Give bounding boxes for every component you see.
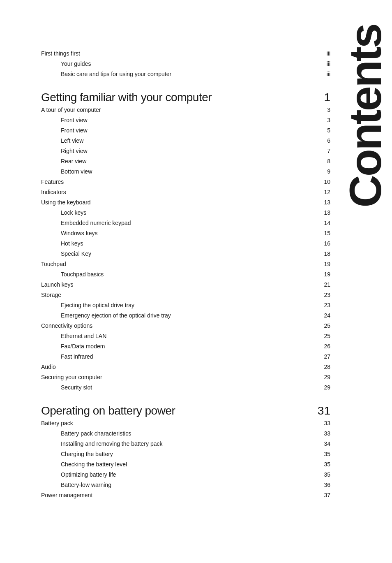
toc-page: iii (318, 60, 330, 68)
toc-entry: Bottom view 9 (41, 167, 330, 176)
toc-title: Battery-low warning (61, 481, 111, 489)
toc-entry: Left view 6 (41, 137, 330, 145)
toc-entry: Touchpad 19 (41, 260, 330, 269)
toc-title: A tour of your computer (41, 106, 101, 114)
toc-page: 10 (318, 178, 330, 186)
battery-section: Operating on battery power 31 Battery pa… (41, 404, 330, 500)
toc-page: 35 (318, 450, 330, 459)
toc-entry: Fax/Data modem 26 (41, 342, 330, 351)
toc-page: iii (318, 49, 330, 58)
toc-page: 34 (318, 440, 330, 448)
toc-title: Basic care and tips for using your compu… (61, 70, 171, 79)
toc-page: 8 (318, 157, 330, 166)
toc-entry: Audio 28 (41, 363, 330, 371)
toc-title: Hot keys (61, 239, 83, 248)
toc-entry: Battery-low warning 36 (41, 481, 330, 489)
toc-entry: Security slot 29 (41, 383, 330, 392)
toc-page: 16 (318, 239, 330, 248)
toc-entry: Emergency ejection of the optical drive … (41, 311, 330, 320)
toc-title: First things first (41, 49, 80, 58)
toc-entry: Charging the battery 35 (41, 450, 330, 459)
toc-title: Launch keys (41, 280, 74, 289)
heading-title: Operating on battery power (41, 404, 175, 417)
toc-entry: Battery pack 33 (41, 419, 330, 428)
toc-title: Ethernet and LAN (61, 332, 106, 341)
toc-page: 23 (318, 301, 330, 310)
toc-title: Fast infrared (61, 352, 93, 361)
main-content: First things first iii Your guides iii B… (41, 25, 330, 500)
toc-title: Checking the battery level (61, 460, 127, 469)
heading-page: 31 (314, 404, 330, 417)
toc-entry: Connectivity options 25 (41, 322, 330, 330)
toc-entry: Touchpad basics 19 (41, 270, 330, 279)
heading-page: 1 (314, 91, 330, 104)
toc-entry: Front view 5 (41, 126, 330, 135)
toc-title: Securing your computer (41, 373, 102, 382)
toc-entry: Installing and removing the battery pack… (41, 440, 330, 448)
toc-entry: Storage 23 (41, 291, 330, 299)
top-section: First things first iii Your guides iii B… (41, 49, 330, 79)
toc-page: 37 (318, 491, 330, 500)
toc-title: Power management (41, 491, 92, 500)
toc-title: Battery pack (41, 419, 73, 428)
toc-page: 26 (318, 342, 330, 351)
contents-sidebar: Contents (339, 0, 392, 563)
toc-entry: A tour of your computer 3 (41, 106, 330, 114)
toc-entry: Optimizing battery life 35 (41, 470, 330, 479)
toc-title: Security slot (61, 383, 92, 392)
toc-entry: Securing your computer 29 (41, 373, 330, 382)
toc-entry: Your guides iii (41, 60, 330, 68)
toc-page: 13 (318, 198, 330, 207)
toc-entry: Embedded numeric keypad 14 (41, 219, 330, 227)
toc-entry: Fast infrared 27 (41, 352, 330, 361)
toc-title: Front view (61, 116, 88, 125)
toc-page: 25 (318, 332, 330, 341)
toc-title: Lock keys (61, 209, 86, 217)
toc-entry: Hot keys 16 (41, 239, 330, 248)
toc-entry: Ejecting the optical drive tray 23 (41, 301, 330, 310)
toc-title: Touchpad (41, 260, 66, 269)
toc-page: 36 (318, 481, 330, 489)
toc-title: Left view (61, 137, 83, 145)
toc-page: 28 (318, 363, 330, 371)
toc-page: 5 (318, 126, 330, 135)
toc-entry: Checking the battery level 35 (41, 460, 330, 469)
heading-entry: Getting familiar with your computer 1 (41, 91, 330, 104)
toc-title: Indicators (41, 188, 66, 197)
toc-page: 9 (318, 167, 330, 176)
heading-title: Getting familiar with your computer (41, 91, 212, 104)
toc-page: 15 (318, 229, 330, 238)
toc-entry: Special Key 18 (41, 250, 330, 258)
toc-entry: First things first iii (41, 49, 330, 58)
contents-title: Contents (343, 25, 388, 208)
toc-entry: Features 10 (41, 178, 330, 186)
toc-page: 19 (318, 260, 330, 269)
toc-title: Audio (41, 363, 56, 371)
toc-title: Embedded numeric keypad (61, 219, 131, 227)
toc-entry: Indicators 12 (41, 188, 330, 197)
toc-title: Features (41, 178, 64, 186)
toc-page: 6 (318, 137, 330, 145)
toc-page: 23 (318, 291, 330, 299)
toc-entry: Launch keys 21 (41, 280, 330, 289)
toc-entry: Windows keys 15 (41, 229, 330, 238)
toc-page: 13 (318, 209, 330, 217)
toc-title: Optimizing battery life (61, 470, 116, 479)
toc-page: 33 (318, 419, 330, 428)
toc-page: 21 (318, 280, 330, 289)
toc-page: 24 (318, 311, 330, 320)
toc-title: Ejecting the optical drive tray (61, 301, 134, 310)
toc-page: 14 (318, 219, 330, 227)
toc-title: Your guides (61, 60, 91, 68)
toc-page: 29 (318, 383, 330, 392)
toc-entry: Right view 7 (41, 147, 330, 155)
toc-title: Touchpad basics (61, 270, 104, 279)
toc-entry: Lock keys 13 (41, 209, 330, 217)
toc-page: 29 (318, 373, 330, 382)
getting-familiar-section: Getting familiar with your computer 1 A … (41, 91, 330, 392)
toc-page: 27 (318, 352, 330, 361)
toc-entry: Rear view 8 (41, 157, 330, 166)
heading-entry: Operating on battery power 31 (41, 404, 330, 417)
toc-title: Bottom view (61, 167, 92, 176)
toc-title: Windows keys (61, 229, 97, 238)
